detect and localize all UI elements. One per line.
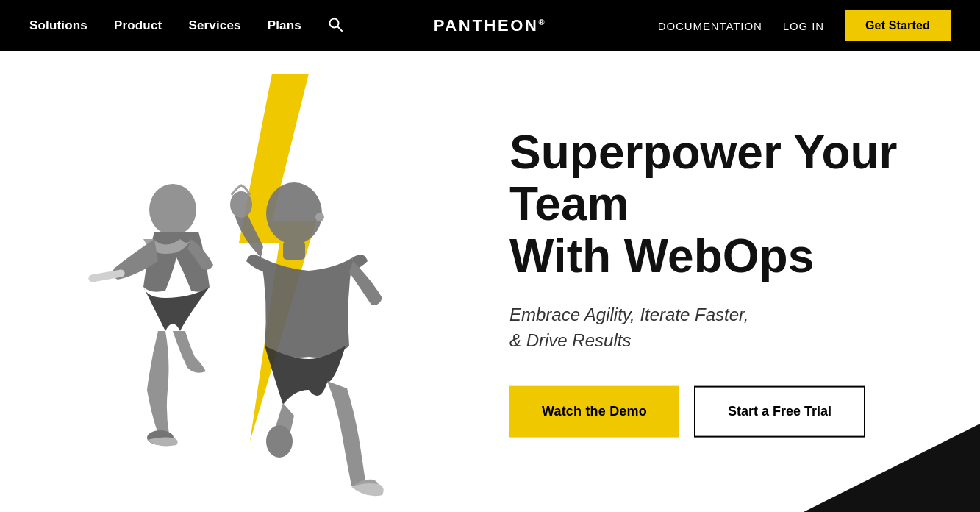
nav-product[interactable]: Product — [114, 18, 162, 33]
nav-left: Solutions Product Services Plans — [29, 17, 343, 35]
svg-rect-8 — [283, 241, 305, 260]
hero-subheading: Embrace Agility, Iterate Faster, & Drive… — [509, 302, 921, 354]
nav-login[interactable]: LOG IN — [783, 20, 824, 32]
navbar: Solutions Product Services Plans PANTHEO… — [0, 0, 980, 51]
svg-point-7 — [315, 213, 324, 221]
get-started-button[interactable]: Get Started — [845, 10, 951, 41]
logo[interactable]: PANTHEON® — [434, 16, 547, 35]
logo-text: PANTHEON® — [434, 16, 547, 35]
nav-plans[interactable]: Plans — [268, 18, 301, 33]
svg-rect-4 — [88, 269, 126, 283]
athletes-image — [44, 81, 441, 508]
hero-buttons: Watch the Demo Start a Free Trial — [509, 385, 921, 437]
search-icon[interactable] — [328, 17, 343, 35]
watch-demo-button[interactable]: Watch the Demo — [509, 385, 679, 437]
nav-right: DOCUMENTATION LOG IN Get Started — [658, 10, 951, 41]
hero-heading: Superpower Your Team With WebOps — [509, 127, 921, 282]
hero-content: Superpower Your Team With WebOps Embrace… — [509, 127, 921, 438]
svg-point-10 — [266, 425, 293, 458]
hero-section: Superpower Your Team With WebOps Embrace… — [0, 51, 980, 512]
svg-point-9 — [230, 191, 252, 218]
free-trial-button[interactable]: Start a Free Trial — [694, 385, 865, 437]
nav-solutions[interactable]: Solutions — [29, 18, 87, 33]
svg-point-6 — [266, 182, 322, 244]
nav-documentation[interactable]: DOCUMENTATION — [658, 20, 762, 32]
svg-point-3 — [149, 184, 196, 235]
svg-line-1 — [337, 26, 342, 31]
nav-services[interactable]: Services — [188, 18, 240, 33]
